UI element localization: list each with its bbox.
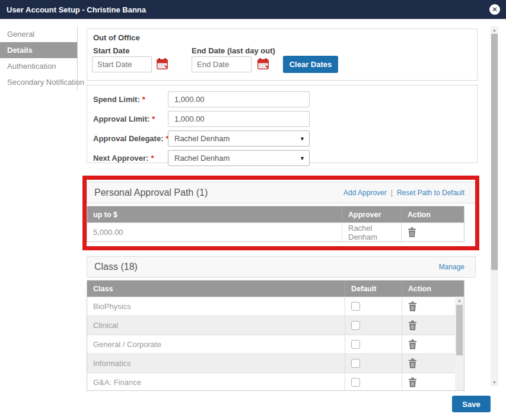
clear-dates-button[interactable]: Clear Dates (283, 56, 338, 73)
approval-limit-label: Approval Limit:* (93, 111, 155, 127)
user-account-setup-dialog: User Account Setup - Christine Banna ✕ G… (0, 0, 506, 420)
column-approver: Approver (342, 206, 401, 222)
limits-panel: Spend Limit:* Approval Limit:* Approval … (87, 85, 478, 163)
out-of-office-heading: Out of Office (93, 33, 140, 42)
sidebar-item-details[interactable]: Details (0, 42, 77, 58)
approval-limit-input[interactable] (168, 111, 310, 127)
class-name: General / Corporate (87, 335, 345, 354)
chevron-down-icon: ▼ (300, 136, 305, 142)
class-table: Class Default Action BioPhysics Clinical (87, 280, 464, 391)
default-checkbox[interactable] (351, 321, 360, 330)
dialog-scrollbar[interactable]: ▲ ▼ (491, 26, 498, 386)
class-table-scrollbar[interactable]: ▲ (455, 297, 464, 390)
scroll-up-icon[interactable]: ▲ (455, 297, 464, 304)
delete-approver-trash-icon[interactable] (408, 227, 416, 237)
spend-limit-label: Spend Limit:* (93, 91, 145, 107)
scroll-up-icon[interactable]: ▲ (491, 26, 498, 34)
start-date-calendar-icon[interactable] (156, 58, 168, 70)
spend-limit-input[interactable] (168, 91, 310, 107)
manage-link[interactable]: Manage (439, 263, 464, 271)
default-checkbox[interactable] (351, 340, 360, 349)
sidebar-item-authentication[interactable]: Authentication (0, 58, 77, 74)
up-to-value: 5,000.00 (87, 223, 342, 241)
chevron-down-icon: ▼ (300, 155, 305, 161)
end-date-input[interactable] (192, 56, 252, 72)
close-icon[interactable]: ✕ (489, 4, 500, 15)
delete-class-trash-icon[interactable] (408, 358, 417, 368)
class-table-body: BioPhysics Clinical General / Corporate (87, 297, 455, 390)
next-approver-label: Next Approver:* (93, 150, 154, 166)
column-class: Class (87, 281, 345, 297)
reset-path-link[interactable]: Reset Path to Default (397, 189, 464, 197)
dialog-title: User Account Setup - Christine Banna (0, 5, 146, 14)
approval-path-row: 5,000.00 Rachel Denham (87, 222, 464, 241)
out-of-office-panel: Out of Office Start Date End Date (last … (87, 28, 478, 81)
default-checkbox[interactable] (351, 378, 360, 387)
required-asterisk: * (151, 154, 154, 163)
approval-path-title: Personal Approval Path (1) (87, 187, 208, 198)
dialog-scrollbar-thumb[interactable] (491, 34, 498, 270)
start-date-input[interactable] (92, 56, 152, 72)
class-name: G&A: Finance (87, 373, 345, 390)
column-up-to: up to $ (87, 206, 342, 222)
class-row: Informatics (87, 354, 455, 373)
approval-delegate-label: Approval Delegate:* (93, 131, 169, 147)
start-date-label: Start Date (93, 46, 129, 55)
delete-class-trash-icon[interactable] (408, 377, 417, 387)
class-row: G&A: Finance (87, 373, 455, 390)
approval-path-header: Personal Approval Path (1) Add Approver … (87, 182, 476, 203)
add-approver-link[interactable]: Add Approver (343, 189, 387, 197)
next-approver-select[interactable]: Rachel Denham ▼ (168, 150, 310, 166)
required-asterisk: * (152, 114, 155, 123)
class-scrollbar-thumb[interactable] (456, 305, 463, 355)
class-table-header: Class Default Action (87, 281, 464, 297)
class-section-header: Class (18) Manage (87, 256, 476, 278)
sidebar-item-general[interactable]: General (0, 26, 77, 42)
class-name: Clinical (87, 316, 345, 335)
class-row: General / Corporate (87, 335, 455, 354)
class-row: BioPhysics (87, 297, 455, 316)
delete-class-trash-icon[interactable] (408, 301, 417, 311)
approver-value: Rachel Denham (342, 223, 401, 241)
delete-class-trash-icon[interactable] (408, 320, 417, 330)
column-action: Action (402, 281, 464, 297)
end-date-calendar-icon[interactable] (257, 58, 269, 70)
settings-sidebar: General Details Authentication Secondary… (0, 26, 78, 90)
link-separator: | (391, 189, 393, 197)
approval-delegate-select[interactable]: Rachel Denham ▼ (168, 131, 310, 147)
column-default: Default (345, 281, 402, 297)
default-checkbox[interactable] (351, 359, 360, 368)
required-asterisk: * (142, 95, 145, 104)
approval-path-table: up to $ Approver Action 5,000.00 Rachel … (87, 206, 464, 242)
class-name: BioPhysics (87, 297, 345, 316)
class-row: Clinical (87, 316, 455, 335)
end-date-label: End Date (last day out) (192, 46, 275, 55)
approval-path-table-header: up to $ Approver Action (87, 206, 464, 222)
scroll-down-icon[interactable]: ▼ (491, 378, 498, 386)
default-checkbox[interactable] (351, 302, 360, 311)
class-name: Informatics (87, 354, 345, 373)
sidebar-item-secondary-notification[interactable]: Secondary Notification (0, 74, 77, 90)
dialog-titlebar: User Account Setup - Christine Banna ✕ (0, 0, 506, 19)
save-button[interactable]: Save (452, 396, 491, 412)
class-section-title: Class (18) (87, 262, 138, 272)
column-action: Action (401, 206, 464, 222)
delete-class-trash-icon[interactable] (408, 339, 417, 349)
